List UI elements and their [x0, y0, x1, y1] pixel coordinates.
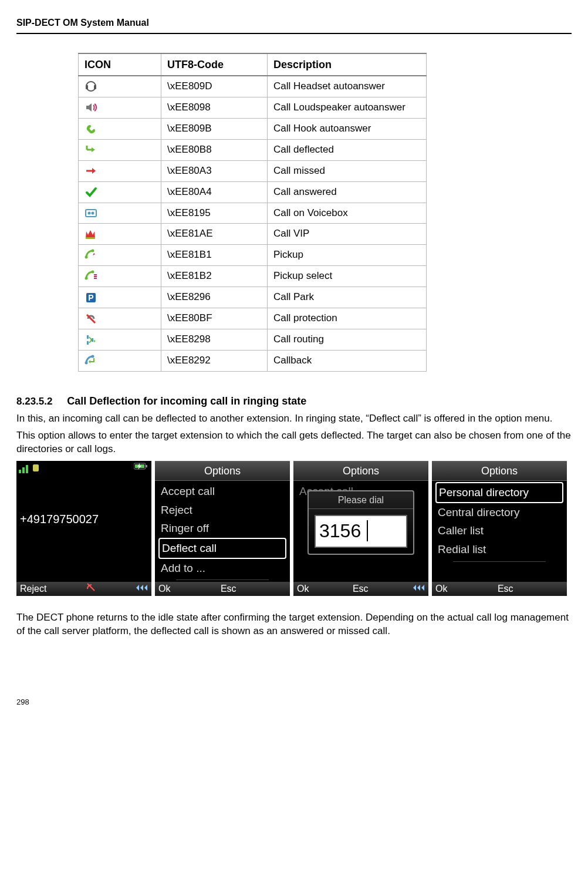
dial-popup: Please dial 3156: [307, 490, 414, 555]
icon-description: Call answered: [268, 181, 427, 203]
table-row: \xEE81B1Pickup: [79, 245, 427, 266]
menu-item[interactable]: Accept call: [158, 482, 286, 501]
table-row: \xEE81B2Pickup select: [79, 266, 427, 287]
icon-description: Pickup: [268, 245, 427, 266]
softkey-left[interactable]: Ok: [435, 582, 447, 595]
softkey-left[interactable]: Reject: [20, 582, 46, 595]
signal-icon: [19, 463, 42, 473]
park-icon: [79, 287, 161, 308]
softkey-middle[interactable]: Esc: [498, 582, 513, 595]
menu-item[interactable]: Reject: [158, 501, 286, 520]
speaker-icon: [79, 97, 161, 118]
softkey-left[interactable]: Ok: [297, 582, 309, 595]
icon-description: Call Loudspeaker autoanswer: [268, 97, 427, 118]
callback-icon: [79, 351, 161, 372]
deflect-icon: [79, 139, 161, 160]
icon-description: Call VIP: [268, 224, 427, 245]
svg-rect-19: [22, 467, 25, 473]
icon-description: Callback: [268, 351, 427, 372]
table-row: \xEE80BFCall protection: [79, 308, 427, 329]
icon-description: Call Headset autoanswer: [268, 76, 427, 97]
utf8-code: \xEE8298: [161, 329, 268, 351]
voicebox-icon: [79, 203, 161, 224]
options-title: Options: [293, 461, 428, 481]
softkey-left[interactable]: Ok: [158, 582, 170, 595]
icon-description: Pickup select: [268, 266, 427, 287]
vip-icon: [79, 224, 161, 245]
icon-code-table: ICON UTF8-Code Description \xEE809DCall …: [78, 53, 427, 372]
routing-icon: [79, 329, 161, 351]
menu-item[interactable]: Central directory: [435, 503, 563, 522]
svg-rect-20: [26, 465, 28, 473]
paragraph-3: The DECT phone returns to the idle state…: [16, 611, 572, 638]
hook-icon: [79, 118, 161, 139]
th-icon: ICON: [79, 53, 161, 76]
table-row: \xEE81AECall VIP: [79, 224, 427, 245]
menu-item[interactable]: Ringer off: [158, 519, 286, 538]
icon-description: Call Park: [268, 287, 427, 308]
table-row: \xEE8098Call Loudspeaker autoanswer: [79, 97, 427, 118]
options-title: Options: [155, 461, 290, 481]
pickupsel-icon: [79, 266, 161, 287]
utf8-code: \xEE8195: [161, 203, 268, 224]
utf8-code: \xEE80A3: [161, 160, 268, 181]
table-row: \xEE809BCall Hook autoanswer: [79, 118, 427, 139]
document-header: SIP-DECT OM System Manual: [16, 16, 572, 34]
utf8-code: \xEE80B8: [161, 139, 268, 160]
utf8-code: \xEE81AE: [161, 224, 268, 245]
menu-item[interactable]: Deflect call: [158, 538, 286, 559]
menu-item[interactable]: Add to ...: [158, 559, 286, 578]
phone-screen-options: Options Accept callRejectRinger offDefle…: [155, 461, 290, 596]
table-row: \xEE80A4Call answered: [79, 181, 427, 203]
menu-item[interactable]: Caller list: [435, 521, 563, 540]
table-row: \xEE809DCall Headset autoanswer: [79, 76, 427, 97]
section-title: Call Deflection for incoming call in rin…: [67, 395, 306, 407]
utf8-code: \xEE8292: [161, 351, 268, 372]
icon-description: Call deflected: [268, 139, 427, 160]
pickup-icon: [79, 245, 161, 266]
table-row: \xEE8298Call routing: [79, 329, 427, 351]
dial-input[interactable]: 3156: [315, 515, 407, 547]
softkey-middle[interactable]: Esc: [353, 582, 369, 595]
svg-rect-24: [146, 465, 147, 467]
utf8-code: \xEE80BF: [161, 308, 268, 329]
utf8-code: \xEE809B: [161, 118, 268, 139]
phone-screen-directories: Options Personal directoryCentral direct…: [432, 461, 567, 596]
answered-icon: [79, 181, 161, 203]
phone-screen-incoming: +49179750027 Reject: [16, 461, 151, 596]
utf8-code: \xEE81B2: [161, 266, 268, 287]
th-desc: Description: [268, 53, 427, 76]
table-row: \xEE8195Call on Voicebox: [79, 203, 427, 224]
more-icon[interactable]: [412, 582, 425, 595]
softkey-middle[interactable]: Esc: [221, 582, 236, 595]
icon-description: Call on Voicebox: [268, 203, 427, 224]
utf8-code: \xEE809D: [161, 76, 268, 97]
icon-description: Call Hook autoanswer: [268, 118, 427, 139]
icon-description: Call missed: [268, 160, 427, 181]
caller-number: +49179750027: [16, 475, 151, 527]
mute-icon[interactable]: [86, 582, 96, 596]
svg-rect-18: [19, 470, 21, 473]
menu-item[interactable]: Personal directory: [435, 482, 563, 503]
utf8-code: \xEE81B1: [161, 245, 268, 266]
menu-item[interactable]: Redial list: [435, 540, 563, 559]
missed-icon: [79, 160, 161, 181]
utf8-code: \xEE80A4: [161, 181, 268, 203]
icon-description: Call protection: [268, 308, 427, 329]
table-row: \xEE80B8Call deflected: [79, 139, 427, 160]
utf8-code: \xEE8098: [161, 97, 268, 118]
section-number: 8.23.5.2: [16, 396, 52, 407]
more-icon[interactable]: [135, 582, 148, 595]
table-row: \xEE8292Callback: [79, 351, 427, 372]
phone-screenshots: +49179750027 Reject Options Accept callR…: [16, 461, 572, 596]
protect-icon: [79, 308, 161, 329]
paragraph-2: This option allows to enter the target e…: [16, 429, 572, 456]
phone-screen-dial: Options Accept call Please dial 3156 Ok …: [293, 461, 428, 596]
paragraph-1: In this, an incoming call can be deflect…: [16, 412, 572, 426]
options-title: Options: [432, 461, 567, 481]
utf8-code: \xEE8296: [161, 287, 268, 308]
battery-icon: [134, 461, 149, 474]
headset-icon: [79, 76, 161, 97]
table-row: \xEE8296Call Park: [79, 287, 427, 308]
table-row: \xEE80A3Call missed: [79, 160, 427, 181]
